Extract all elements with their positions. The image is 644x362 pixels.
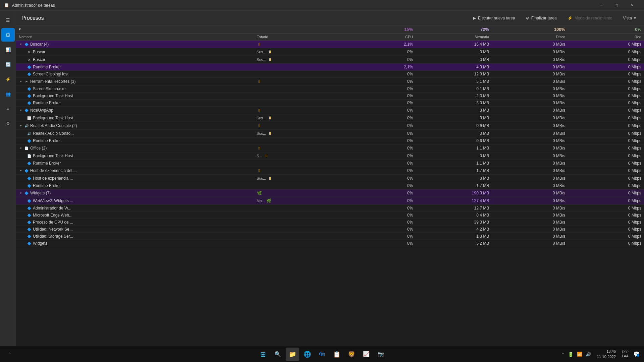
finance-icon[interactable]: 📈 [360, 348, 373, 361]
mem-column-header[interactable]: Memoria [416, 34, 492, 41]
wifi-icon[interactable]: 📶 [576, 350, 584, 358]
disk-value: 0 MB/s [492, 114, 568, 122]
table-row[interactable]: 🔷Runtime Broker0%1,1 MB0 MB/s0 Mbps [16, 160, 644, 167]
table-row[interactable]: ▾🔷Widgets (7)🌿0%190,0 MB0 MB/s0 Mbps [16, 189, 644, 197]
office-icon[interactable]: 📋 [330, 348, 343, 361]
volume-icon[interactable]: 🔊 [584, 350, 592, 358]
nav-details[interactable]: ≡ [1, 102, 15, 115]
status-text: Mo... [257, 199, 265, 203]
nav-menu[interactable]: ☰ [1, 13, 15, 27]
table-row[interactable]: 🔷Runtime Broker2,1%4,3 MB0 MB/s0 Mbps [16, 64, 644, 71]
table-row[interactable]: 🔷Background Task Host0%2,0 MB0 MB/s0 Mbp… [16, 93, 644, 100]
photos-icon[interactable]: 📷 [374, 348, 388, 361]
cpu-value: 0% [339, 71, 416, 78]
expand-button[interactable]: ▾ [19, 124, 23, 128]
battery-icon[interactable]: 🔋 [567, 350, 575, 358]
disk-usage-header[interactable]: 100% [492, 25, 568, 34]
process-name-cell: ▾🔷Widgets (7) [16, 189, 254, 197]
table-row[interactable]: 🔷Microsoft Edge Web...0%0,4 MB0 MB/s0 Mb… [16, 212, 644, 219]
view-button[interactable]: Vista ▾ [621, 14, 639, 22]
table-row[interactable]: 🔊Realtek Audio Conso...Sus...⏸0%0 MB0 MB… [16, 130, 644, 137]
table-row[interactable]: 🔷ScreenClippingHost0%12,0 MB0 MB/s0 Mbps [16, 71, 644, 78]
table-row[interactable]: ▾🔷NcsiUwpApp⏸0%0 MB0 MB/s0 Mbps [16, 107, 644, 114]
nav-users[interactable]: 👥 [1, 87, 15, 101]
close-button[interactable]: ✕ [625, 0, 640, 11]
store-icon[interactable]: 🛍 [315, 348, 329, 361]
table-row[interactable]: 🔷Runtime Broker0%0,6 MB0 MB/s0 Mbps [16, 137, 644, 144]
tray-expand[interactable]: ⌃ [560, 351, 566, 357]
brave-icon[interactable]: 🦁 [345, 348, 358, 361]
nav-services[interactable]: ⚙ [1, 117, 15, 130]
table-row[interactable]: 🔷Runtime Broker0%1,7 MB0 MB/s0 Mbps [16, 182, 644, 189]
expand-button[interactable]: ▾ [19, 191, 23, 195]
table-row[interactable]: 🔷Host de experiencia ...Sus...⏸0%0 MB0 M… [16, 175, 644, 182]
expand-button[interactable]: ▾ [19, 169, 23, 173]
search-button[interactable]: 🔍 [271, 348, 284, 361]
disk-value: 0 MB/s [492, 240, 568, 247]
mem-usage-header[interactable]: 72% [416, 25, 492, 34]
expand-button[interactable]: ▾ [19, 146, 23, 150]
perf-mode-button[interactable]: ⚡ Modo de rendimiento [565, 14, 615, 22]
process-name: Host de experiencia ... [33, 176, 73, 181]
table-row[interactable]: ▾📄Office (2)⏸0%1,1 MB0 MB/s0 Mbps [16, 144, 644, 152]
mem-value: 0 MB [416, 48, 492, 56]
expand-button[interactable]: ▾ [19, 42, 23, 46]
process-name-cell: ▾📄Office (2) [16, 144, 254, 152]
run-new-task-button[interactable]: ▶ Ejecutar nueva tarea [470, 14, 518, 22]
table-row[interactable]: ✕BuscarSus...⏸0%0 MB0 MB/s0 Mbps [16, 48, 644, 56]
table-row[interactable]: 🔷WebView2: Widgets ...Mo...🌿0%127,4 MB0 … [16, 197, 644, 205]
process-icon: 🔷 [27, 101, 32, 105]
table-row[interactable]: ▾✂Herramienta Recortes (3)⏸0%5,1 MB0 MB/… [16, 78, 644, 85]
maximize-button[interactable]: □ [609, 0, 625, 11]
table-row[interactable]: 🔷Utilidad: Network Se...0%4,2 MB0 MB/s0 … [16, 226, 644, 233]
cpu-usage-header[interactable]: 15% [339, 25, 416, 34]
lang-indicator[interactable]: ESPLAA [621, 349, 630, 360]
table-row[interactable]: 📄Background Task HostS...⏸0%0 MB0 MB/s0 … [16, 152, 644, 160]
table-row[interactable]: 🔷Utilidad: Storage Ser...0%1,0 MB0 MB/s0… [16, 233, 644, 240]
edge-icon[interactable]: 🌐 [301, 348, 314, 361]
disk-value: 0 MB/s [492, 205, 568, 212]
expand-button[interactable]: ▾ [19, 79, 23, 83]
table-row[interactable]: 🔷Widgets0%5,2 MB0 MB/s0 Mbps [16, 240, 644, 247]
status-text: Sus... [257, 176, 266, 180]
table-row[interactable]: ⬜Background Task HostSus...⏸0%0 MB0 MB/s… [16, 114, 644, 122]
sort-icon[interactable]: ▾ [16, 25, 254, 34]
end-task-button[interactable]: ⊗ Finalizar tarea [523, 14, 559, 22]
status-text: Sus... [257, 50, 266, 54]
process-name-cell: 🔷ScreenClippingHost [16, 71, 254, 78]
name-column-header[interactable]: Nombre [16, 34, 254, 41]
notification-icon[interactable]: 💬 [632, 350, 641, 359]
nav-processes[interactable]: ⊞ [1, 28, 15, 42]
clock[interactable]: 18:46 11-10-2022 [594, 349, 619, 359]
nav-app-history[interactable]: 🔄 [1, 58, 15, 71]
net-column-header[interactable]: Red [568, 34, 644, 41]
minimize-button[interactable]: ─ [594, 0, 609, 11]
process-name-cell: 🔷Runtime Broker [16, 137, 254, 144]
table-row[interactable]: 🔷Proceso de GPU de ...0%39,0 MB0 MB/s0 M… [16, 219, 644, 226]
pause-icon: ⏸ [267, 131, 273, 136]
notification-center[interactable]: ⌃ [3, 348, 16, 361]
nav-startup[interactable]: ⚡ [1, 72, 15, 86]
nav-performance[interactable]: 📊 [1, 43, 15, 56]
table-row[interactable]: 🔷Administrador de W...0%12,7 MB0 MB/s0 M… [16, 205, 644, 212]
disk-value: 0 MB/s [492, 41, 568, 48]
table-row[interactable]: ▾🔊Realtek Audio Console (2)⏸0%0,6 MB0 MB… [16, 122, 644, 130]
net-usage-header[interactable]: 0% [568, 25, 644, 34]
net-value: 0 Mbps [568, 71, 644, 78]
table-row[interactable]: ▾🔷Buscar (4)⏸2,1%16,4 MB0 MB/s0 Mbps [16, 41, 644, 48]
cpu-column-header[interactable]: CPU [339, 34, 416, 41]
expand-button[interactable]: ▾ [19, 108, 23, 112]
start-button[interactable]: ⊞ [256, 348, 270, 361]
process-status-cell: Sus...⏸ [254, 56, 339, 64]
status-column-header[interactable]: Estado [254, 34, 339, 41]
table-row[interactable]: ✕BuscarSus...⏸0%0 MB0 MB/s0 Mbps [16, 56, 644, 64]
table-row[interactable]: 🔷ScreenSketch.exe0%0,1 MB0 MB/s0 Mbps [16, 85, 644, 93]
process-icon: 🔷 [27, 86, 32, 91]
process-name-cell: 🔷WebView2: Widgets ... [16, 197, 254, 205]
file-explorer-icon[interactable]: 📁 [286, 348, 299, 361]
disk-column-header[interactable]: Disco [492, 34, 568, 41]
table-row[interactable]: 🔷Runtime Broker0%3,0 MB0 MB/s0 Mbps [16, 100, 644, 107]
taskbar-right: ⌃ 🔋 📶 🔊 18:46 11-10-2022 ESPLAA 💬 [560, 349, 641, 360]
process-table-container[interactable]: ▾ 15% 72% 100% 0% [16, 25, 644, 346]
table-row[interactable]: ▾🔷Host de experiencia del ...⏸0%1,7 MB0 … [16, 167, 644, 175]
